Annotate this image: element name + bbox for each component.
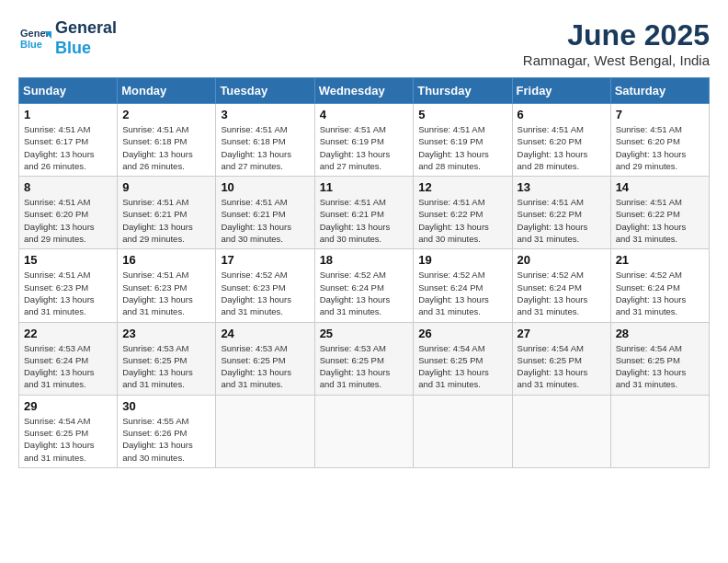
day-number: 21 [616,253,704,267]
logo: General Blue General Blue [18,18,117,58]
calendar-day-cell: 22Sunrise: 4:53 AM Sunset: 6:24 PM Dayli… [19,322,118,395]
calendar-week-row: 1Sunrise: 4:51 AM Sunset: 6:17 PM Daylig… [19,104,710,177]
day-number: 24 [221,327,309,340]
calendar-day-cell [414,395,512,467]
day-info: Sunrise: 4:51 AM Sunset: 6:20 PM Dayligh… [518,123,606,172]
day-number: 18 [320,253,409,267]
weekday-header-cell: Thursday [414,78,512,104]
calendar-day-cell [512,395,610,467]
day-number: 7 [616,108,704,121]
calendar-day-cell: 17Sunrise: 4:52 AM Sunset: 6:23 PM Dayli… [216,249,314,322]
calendar-day-cell: 18Sunrise: 4:52 AM Sunset: 6:24 PM Dayli… [314,249,414,322]
logo-text-line2: Blue [55,39,117,59]
day-number: 22 [24,327,112,340]
logo-icon: General Blue [18,22,51,55]
calendar-day-cell: 9Sunrise: 4:51 AM Sunset: 6:21 PM Daylig… [118,177,216,249]
day-info: Sunrise: 4:53 AM Sunset: 6:25 PM Dayligh… [320,342,409,391]
logo-text-line1: General [55,18,117,39]
weekday-header-cell: Monday [118,78,216,104]
day-number: 11 [320,180,409,194]
weekday-header-cell: Sunday [19,78,118,104]
weekday-header-cell: Tuesday [216,78,314,104]
day-info: Sunrise: 4:52 AM Sunset: 6:24 PM Dayligh… [616,269,704,317]
day-info: Sunrise: 4:51 AM Sunset: 6:20 PM Dayligh… [24,196,112,245]
day-number: 3 [221,108,309,121]
day-number: 14 [616,180,704,194]
calendar-day-cell: 15Sunrise: 4:51 AM Sunset: 6:23 PM Dayli… [19,249,118,322]
day-number: 6 [518,108,606,121]
calendar-week-row: 29Sunrise: 4:54 AM Sunset: 6:25 PM Dayli… [19,395,710,467]
calendar-day-cell: 11Sunrise: 4:51 AM Sunset: 6:21 PM Dayli… [314,177,414,249]
calendar-day-cell: 1Sunrise: 4:51 AM Sunset: 6:17 PM Daylig… [19,104,118,177]
day-number: 26 [418,327,506,340]
calendar-table: SundayMondayTuesdayWednesdayThursdayFrid… [18,77,710,468]
calendar-day-cell: 20Sunrise: 4:52 AM Sunset: 6:24 PM Dayli… [512,249,610,322]
day-info: Sunrise: 4:54 AM Sunset: 6:25 PM Dayligh… [616,342,704,391]
day-info: Sunrise: 4:53 AM Sunset: 6:25 PM Dayligh… [122,342,210,391]
calendar-week-row: 22Sunrise: 4:53 AM Sunset: 6:24 PM Dayli… [19,322,710,395]
day-number: 2 [122,108,210,121]
day-info: Sunrise: 4:51 AM Sunset: 6:19 PM Dayligh… [320,123,409,172]
calendar-day-cell: 26Sunrise: 4:54 AM Sunset: 6:25 PM Dayli… [414,322,512,395]
day-number: 12 [418,180,506,194]
day-info: Sunrise: 4:53 AM Sunset: 6:25 PM Dayligh… [221,342,309,391]
day-number: 15 [24,253,112,267]
calendar-body: 1Sunrise: 4:51 AM Sunset: 6:17 PM Daylig… [19,104,710,468]
calendar-day-cell: 10Sunrise: 4:51 AM Sunset: 6:21 PM Dayli… [216,177,314,249]
day-info: Sunrise: 4:51 AM Sunset: 6:18 PM Dayligh… [221,123,309,172]
day-info: Sunrise: 4:53 AM Sunset: 6:24 PM Dayligh… [24,342,112,391]
calendar-day-cell: 28Sunrise: 4:54 AM Sunset: 6:25 PM Dayli… [610,322,709,395]
calendar-day-cell: 25Sunrise: 4:53 AM Sunset: 6:25 PM Dayli… [314,322,414,395]
day-info: Sunrise: 4:51 AM Sunset: 6:20 PM Dayligh… [616,123,704,172]
calendar-day-cell: 14Sunrise: 4:51 AM Sunset: 6:22 PM Dayli… [610,177,709,249]
day-info: Sunrise: 4:51 AM Sunset: 6:17 PM Dayligh… [24,123,112,172]
calendar-day-cell: 24Sunrise: 4:53 AM Sunset: 6:25 PM Dayli… [216,322,314,395]
page-header: General Blue General Blue June 2025 Ramn… [18,18,710,68]
day-number: 1 [24,108,112,121]
day-number: 8 [24,180,112,194]
day-number: 5 [418,108,506,121]
calendar-day-cell: 23Sunrise: 4:53 AM Sunset: 6:25 PM Dayli… [118,322,216,395]
day-info: Sunrise: 4:51 AM Sunset: 6:21 PM Dayligh… [320,196,409,245]
calendar-day-cell: 8Sunrise: 4:51 AM Sunset: 6:20 PM Daylig… [19,177,118,249]
calendar-day-cell: 29Sunrise: 4:54 AM Sunset: 6:25 PM Dayli… [19,395,118,467]
calendar-day-cell [610,395,709,467]
day-info: Sunrise: 4:52 AM Sunset: 6:24 PM Dayligh… [418,269,506,317]
day-number: 4 [320,108,409,121]
svg-text:Blue: Blue [20,39,42,50]
calendar-day-cell: 19Sunrise: 4:52 AM Sunset: 6:24 PM Dayli… [414,249,512,322]
day-info: Sunrise: 4:54 AM Sunset: 6:25 PM Dayligh… [518,342,606,391]
calendar-day-cell: 4Sunrise: 4:51 AM Sunset: 6:19 PM Daylig… [314,104,414,177]
day-number: 10 [221,180,309,194]
weekday-header-cell: Saturday [610,78,709,104]
calendar-day-cell: 3Sunrise: 4:51 AM Sunset: 6:18 PM Daylig… [216,104,314,177]
day-info: Sunrise: 4:52 AM Sunset: 6:24 PM Dayligh… [518,269,606,317]
day-info: Sunrise: 4:51 AM Sunset: 6:22 PM Dayligh… [616,196,704,245]
day-info: Sunrise: 4:55 AM Sunset: 6:26 PM Dayligh… [122,415,210,464]
calendar-day-cell: 7Sunrise: 4:51 AM Sunset: 6:20 PM Daylig… [610,104,709,177]
day-info: Sunrise: 4:51 AM Sunset: 6:21 PM Dayligh… [221,196,309,245]
day-number: 23 [122,327,210,340]
day-info: Sunrise: 4:51 AM Sunset: 6:23 PM Dayligh… [122,269,210,317]
calendar-week-row: 15Sunrise: 4:51 AM Sunset: 6:23 PM Dayli… [19,249,710,322]
calendar-day-cell: 27Sunrise: 4:54 AM Sunset: 6:25 PM Dayli… [512,322,610,395]
day-info: Sunrise: 4:54 AM Sunset: 6:25 PM Dayligh… [418,342,506,391]
calendar-day-cell: 16Sunrise: 4:51 AM Sunset: 6:23 PM Dayli… [118,249,216,322]
day-info: Sunrise: 4:51 AM Sunset: 6:18 PM Dayligh… [122,123,210,172]
weekday-header-cell: Friday [512,78,610,104]
calendar-day-cell: 2Sunrise: 4:51 AM Sunset: 6:18 PM Daylig… [118,104,216,177]
day-number: 9 [122,180,210,194]
day-number: 13 [518,180,606,194]
calendar-day-cell: 12Sunrise: 4:51 AM Sunset: 6:22 PM Dayli… [414,177,512,249]
calendar-week-row: 8Sunrise: 4:51 AM Sunset: 6:20 PM Daylig… [19,177,710,249]
day-number: 16 [122,253,210,267]
calendar-day-cell: 21Sunrise: 4:52 AM Sunset: 6:24 PM Dayli… [610,249,709,322]
day-info: Sunrise: 4:51 AM Sunset: 6:22 PM Dayligh… [518,196,606,245]
day-info: Sunrise: 4:51 AM Sunset: 6:21 PM Dayligh… [122,196,210,245]
location-title: Ramnagar, West Bengal, India [523,52,710,68]
weekday-header-row: SundayMondayTuesdayWednesdayThursdayFrid… [19,78,710,104]
day-number: 20 [518,253,606,267]
day-number: 30 [122,399,210,413]
weekday-header-cell: Wednesday [314,78,414,104]
day-number: 17 [221,253,309,267]
